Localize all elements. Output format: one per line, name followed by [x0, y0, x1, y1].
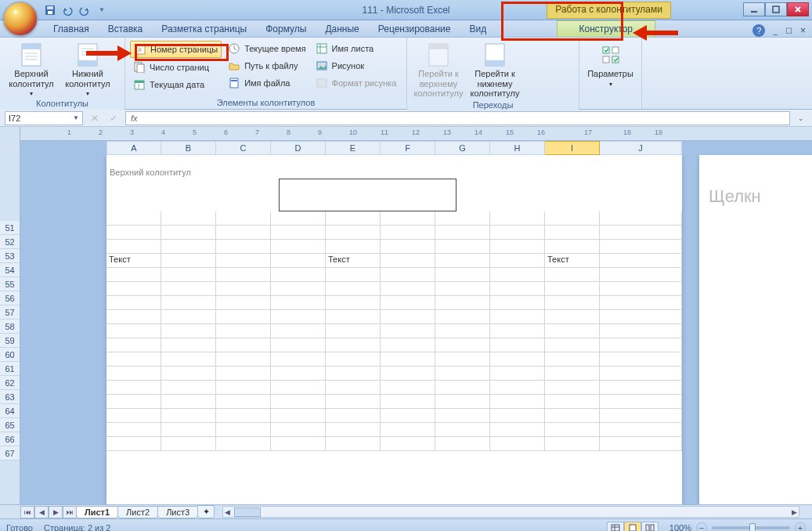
window-close-icon[interactable]: × [800, 25, 806, 36]
goto-header-button[interactable]: Перейти к верхнему колонтитулу [412, 39, 465, 99]
tab-page-layout[interactable]: Разметка страницы [152, 21, 256, 37]
tab-nav-first[interactable]: ⏮ [20, 506, 34, 518]
tab-data[interactable]: Данные [316, 21, 368, 37]
name-box[interactable]: I72▼ [5, 111, 83, 125]
options-button[interactable]: Параметры ▾ [584, 39, 637, 88]
sheet-tab[interactable]: Лист2 [117, 506, 158, 518]
row-header[interactable]: 54 [0, 263, 20, 277]
tab-review[interactable]: Рецензирование [369, 21, 460, 37]
min-ribbon-icon[interactable]: _ [773, 27, 778, 35]
sheet-name-button[interactable]: Имя листа [312, 41, 400, 56]
col-header[interactable]: A [106, 141, 161, 155]
cell[interactable]: Текст [326, 254, 381, 267]
zoom-slider[interactable] [712, 526, 790, 529]
tab-home[interactable]: Главная [44, 21, 99, 37]
svg-rect-11 [78, 60, 97, 66]
cell[interactable]: Текст [106, 254, 161, 267]
status-ready: Готово [6, 523, 33, 532]
view-normal-button[interactable] [607, 522, 624, 532]
col-header[interactable]: B [161, 141, 216, 155]
new-sheet-tab[interactable]: ✦ [197, 505, 215, 518]
tab-nav-last[interactable]: ⏭ [63, 506, 77, 518]
row-header[interactable]: 58 [0, 320, 20, 334]
window-restore-icon[interactable]: ☐ [785, 27, 792, 35]
enter-icon[interactable]: ✓ [106, 113, 121, 124]
horizontal-scrollbar[interactable]: ◀ ▶ [222, 506, 799, 518]
tab-view[interactable]: Вид [460, 21, 496, 37]
current-time-button[interactable]: Текущее время [225, 41, 309, 56]
header-button[interactable]: Верхний колонтитул ▾ [5, 39, 58, 97]
col-header[interactable]: J [600, 141, 682, 155]
col-header[interactable]: C [216, 141, 271, 155]
formula-bar-row: I72▼ ✕ ✓ fx ⌄ [0, 110, 812, 127]
formula-bar[interactable]: fx [125, 111, 790, 125]
redo-icon[interactable] [78, 4, 91, 16]
sheet-tab[interactable]: Лист1 [76, 506, 118, 518]
save-icon[interactable] [44, 4, 56, 16]
tab-nav-prev[interactable]: ◀ [34, 506, 49, 518]
footer-button[interactable]: Нижний колонтитул ▾ [61, 39, 114, 97]
row-header[interactable]: 59 [0, 334, 20, 348]
col-header[interactable]: E [326, 141, 381, 155]
qat-dropdown-icon[interactable]: ▼ [96, 4, 108, 16]
header-center-editbox[interactable] [279, 179, 457, 211]
close-button[interactable] [787, 2, 809, 16]
current-date-button[interactable]: 7Текущая дата [130, 77, 222, 92]
row-header[interactable]: 60 [0, 348, 20, 362]
file-name-button[interactable]: Имя файла [225, 75, 309, 91]
undo-icon[interactable] [61, 4, 74, 16]
sheet-tab[interactable]: Лист3 [157, 506, 198, 518]
office-button[interactable] [3, 2, 38, 36]
cancel-icon[interactable]: ✕ [88, 113, 102, 124]
format-picture-button[interactable]: Формат рисунка [312, 75, 400, 91]
view-page-layout-button[interactable] [624, 522, 641, 532]
help-icon[interactable]: ? [752, 24, 765, 37]
row-header[interactable]: 62 [0, 376, 20, 390]
row-header[interactable]: 61 [0, 362, 20, 376]
row-header[interactable]: 56 [0, 291, 20, 305]
row-header[interactable]: 66 [0, 432, 20, 446]
col-header[interactable]: D [271, 141, 326, 155]
col-header[interactable]: G [435, 141, 490, 155]
row-header[interactable]: 67 [0, 446, 20, 461]
row-header[interactable]: 65 [0, 418, 20, 432]
zoom-slider-knob[interactable] [749, 523, 756, 532]
maximize-button[interactable] [765, 2, 787, 16]
col-header[interactable]: H [490, 141, 545, 155]
svg-rect-39 [603, 56, 609, 63]
options-icon [598, 42, 623, 67]
page-number-button[interactable]: #Номер страницы [130, 41, 222, 58]
page-count-button[interactable]: Число страниц [130, 60, 222, 75]
row-header[interactable]: 63 [0, 390, 20, 404]
tab-insert[interactable]: Вставка [99, 21, 153, 37]
zoom-out-button[interactable]: − [696, 522, 707, 532]
minimize-button[interactable] [743, 2, 765, 16]
zoom-in-button[interactable]: + [795, 522, 806, 532]
footer-icon [75, 42, 100, 67]
file-path-button[interactable]: Путь к файлу [225, 58, 309, 74]
row-header[interactable]: 52 [0, 235, 20, 249]
quick-access-toolbar: ▼ [44, 4, 108, 16]
row-header[interactable]: 53 [0, 249, 20, 263]
row-header[interactable]: 51 [0, 221, 20, 235]
tab-nav-next[interactable]: ▶ [49, 506, 63, 518]
col-header[interactable]: F [381, 141, 435, 155]
cell-grid[interactable]: ТекстТекстТекст [106, 211, 682, 504]
row-header[interactable]: 57 [0, 305, 20, 320]
goto-footer-button[interactable]: Перейти к нижнему колонтитулу [468, 39, 521, 99]
tab-design[interactable]: Конструктор [557, 20, 655, 37]
picture-button[interactable]: Рисунок [312, 58, 400, 74]
cell[interactable]: Текст [545, 254, 600, 267]
scrollbar-thumb[interactable] [234, 508, 261, 517]
row-header[interactable]: 55 [0, 277, 20, 291]
view-page-break-button[interactable] [641, 522, 659, 532]
folder-icon [228, 60, 240, 72]
page-number-icon: # [134, 43, 146, 56]
tab-formulas[interactable]: Формулы [256, 21, 316, 37]
row-header[interactable]: 64 [0, 404, 20, 418]
zoom-level[interactable]: 100% [669, 523, 691, 532]
next-page-hint[interactable]: Щелкн [699, 155, 812, 504]
expand-formula-icon[interactable]: ⌄ [795, 114, 807, 122]
svg-text:7: 7 [137, 84, 140, 89]
col-header[interactable]: I [545, 141, 600, 155]
